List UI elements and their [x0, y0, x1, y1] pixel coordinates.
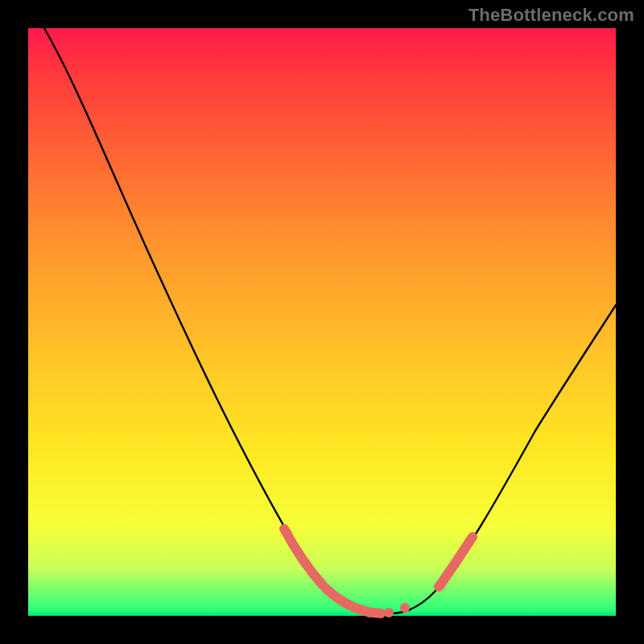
accent-dot [464, 537, 474, 547]
bottleneck-curve [44, 28, 616, 613]
chart-frame: TheBottleneck.com [0, 0, 644, 644]
accent-dot [365, 608, 374, 617]
accent-dot [436, 580, 445, 590]
curve-svg [28, 28, 616, 616]
accent-dot [283, 529, 292, 539]
accent-dot [450, 559, 460, 569]
accent-dot [344, 600, 353, 609]
accent-dot [400, 603, 410, 613]
watermark-label: TheBottleneck.com [469, 5, 634, 26]
accent-dot [300, 558, 310, 568]
accent-dot [321, 584, 331, 593]
plot-area [28, 28, 616, 616]
accent-dot [384, 608, 394, 617]
